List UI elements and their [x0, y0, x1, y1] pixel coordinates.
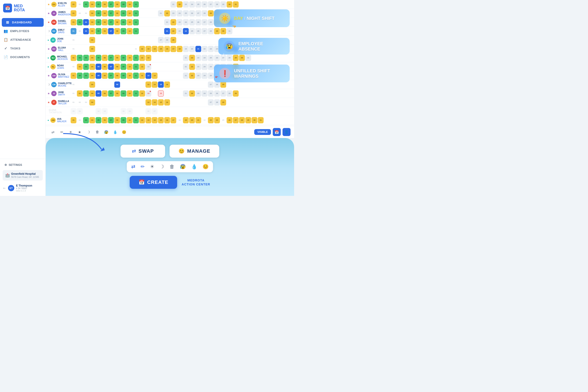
- shift-cell[interactable]: 31: [233, 1, 239, 8]
- shift-cell[interactable]: 04: [89, 117, 95, 123]
- shift-cell[interactable]: 15: [158, 117, 164, 123]
- shift-cell[interactable]: 06: [102, 10, 108, 16]
- shift-cell[interactable]: 02: [77, 72, 83, 79]
- shift-cell[interactable]: 31: [227, 19, 232, 26]
- shift-cell[interactable]: 24: [183, 19, 189, 26]
- shift-cell[interactable]: 21: [183, 90, 189, 96]
- shift-cell[interactable]: 23: [208, 46, 214, 52]
- shift-cell[interactable]: 09: [121, 90, 126, 96]
- shift-cell[interactable]: 29: [233, 64, 239, 70]
- shift-cell[interactable]: 29: [233, 55, 239, 61]
- shift-cell[interactable]: 07: [108, 55, 114, 61]
- shift-cell[interactable]: 08: [114, 28, 120, 34]
- shift-cell[interactable]: 07: [108, 10, 114, 16]
- sidebar-item-attendance[interactable]: 📋 ATTENDANCE: [0, 36, 46, 44]
- row-day-icon[interactable]: ☀: [150, 164, 154, 170]
- sidebar-item-dashboard[interactable]: ⊞ DASHBOARD: [2, 18, 44, 27]
- shift-cell[interactable]: 05: [71, 108, 76, 114]
- shift-cell[interactable]: 08: [114, 90, 120, 96]
- shift-cell[interactable]: 21: [183, 72, 189, 79]
- shift-cell[interactable]: 28: [208, 19, 214, 26]
- shift-cell[interactable]: 05: [96, 28, 101, 34]
- shift-cell[interactable]: 27: [220, 55, 226, 61]
- swap-button[interactable]: ⇄ SWAP: [121, 145, 165, 158]
- shift-cell[interactable]: 23: [177, 19, 182, 26]
- create-button[interactable]: 📅 CREATE: [130, 176, 177, 189]
- shift-cell[interactable]: 21: [164, 19, 170, 26]
- shift-cell[interactable]: 22: [177, 1, 182, 8]
- shift-cell[interactable]: 08: [114, 10, 120, 16]
- shift-cell[interactable]: 11: [133, 1, 139, 8]
- shift-cell[interactable]: 08: [114, 72, 120, 79]
- sidebar-item-documents[interactable]: 📄 DOCUMENTS: [0, 53, 46, 62]
- shift-cell[interactable]: 18: [177, 46, 182, 52]
- shift-cell[interactable]: 06: [77, 108, 83, 114]
- shift-cell[interactable]: 04: [89, 90, 95, 96]
- shift-cell[interactable]: 01: [71, 55, 76, 61]
- shift-cell[interactable]: 27: [220, 90, 226, 96]
- shift-cell[interactable]: 27: [233, 117, 239, 123]
- shift-cell[interactable]: 12: [139, 72, 145, 79]
- shift-cell[interactable]: 26: [214, 72, 220, 79]
- shift-cell[interactable]: 29: [245, 117, 251, 123]
- shift-cell[interactable]: 01: [71, 117, 76, 123]
- shift-cell[interactable]: 31: [245, 55, 251, 61]
- shift-cell[interactable]: 28: [214, 82, 220, 88]
- shift-cell[interactable]: 10: [127, 72, 133, 79]
- shift-cell[interactable]: 25: [208, 72, 214, 79]
- shift-cell[interactable]: 26: [195, 19, 201, 26]
- shift-cell[interactable]: 13: [102, 108, 108, 114]
- shift-cell[interactable]: 01: [71, 19, 76, 26]
- shift-cell[interactable]: 24: [183, 28, 189, 34]
- shift-cell[interactable]: 04: [89, 37, 95, 43]
- shift-cell[interactable]: 04: [89, 64, 95, 70]
- shift-cell[interactable]: 10: [127, 64, 133, 70]
- shift-cell[interactable]: 21: [183, 64, 189, 70]
- shift-cell[interactable]: 03: [83, 19, 89, 26]
- shift-cell[interactable]: 28: [164, 37, 170, 43]
- shift-cell[interactable]: 08: [114, 117, 120, 123]
- shift-cell[interactable]: 23: [183, 1, 189, 8]
- shift-cell[interactable]: 09: [121, 117, 126, 123]
- shift-cell[interactable]: 15: [158, 99, 164, 106]
- row-drop-icon[interactable]: 💧: [191, 164, 197, 170]
- shift-cell[interactable]: 10: [127, 117, 133, 123]
- shift-cell[interactable]: 03: [83, 72, 89, 79]
- shift-cell[interactable]: 25: [183, 10, 189, 16]
- shift-cell[interactable]: 29: [170, 37, 176, 43]
- shift-cell[interactable]: 13: [145, 82, 151, 88]
- row-edit-icon[interactable]: ✏: [141, 164, 145, 170]
- shift-cell[interactable]: 24: [189, 1, 195, 8]
- shift-cell[interactable]: 14: [152, 82, 158, 88]
- shift-cell[interactable]: 05: [96, 55, 101, 61]
- shift-cell[interactable]: 28: [208, 28, 214, 34]
- shift-cell[interactable]: 09: [121, 19, 126, 26]
- shift-cell[interactable]: 29: [214, 19, 220, 26]
- shift-cell[interactable]: 08: [114, 82, 120, 88]
- shift-cell[interactable]: 22: [164, 10, 170, 16]
- shift-cell[interactable]: 30: [239, 55, 245, 61]
- shift-cell[interactable]: 27: [208, 1, 214, 8]
- shift-cell[interactable]: 03: [83, 28, 89, 34]
- shift-cell[interactable]: 26: [214, 90, 220, 96]
- shift-cell[interactable]: 04: [89, 10, 95, 16]
- shift-cell[interactable]: 23: [195, 90, 201, 96]
- shift-cell[interactable]: 27: [220, 72, 226, 79]
- shift-cell[interactable]: 05: [96, 72, 101, 79]
- shift-cell[interactable]: 05: [96, 1, 101, 8]
- shift-cell[interactable]: 05: [96, 10, 101, 16]
- shift-cell[interactable]: 07: [108, 64, 114, 70]
- sidebar-item-employees[interactable]: 👥 EMPLOYEES: [0, 27, 46, 36]
- shift-cell[interactable]: 02: [77, 55, 83, 61]
- shift-cell[interactable]: 10: [127, 10, 133, 16]
- row-moon-icon[interactable]: ☽: [160, 164, 164, 170]
- shift-cell[interactable]: 06: [102, 117, 108, 123]
- shift-cell[interactable]: 21: [183, 55, 189, 61]
- shift-cell[interactable]: 25: [189, 28, 195, 34]
- shift-cell[interactable]: 28: [214, 99, 220, 106]
- shift-cell[interactable]: 15: [158, 82, 164, 88]
- shift-cell[interactable]: 07: [108, 1, 114, 8]
- shift-cell[interactable]: 12: [96, 108, 101, 114]
- shift-cell[interactable]: 27: [208, 82, 214, 88]
- shift-cell[interactable]: 06: [102, 1, 108, 8]
